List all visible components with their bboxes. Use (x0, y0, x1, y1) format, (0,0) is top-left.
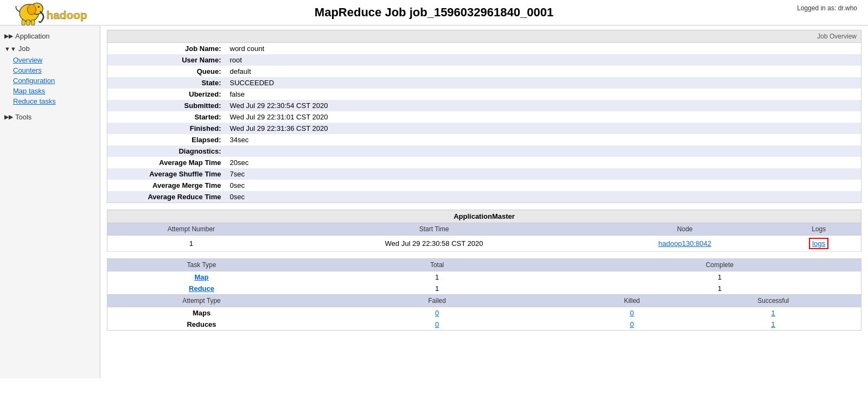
job-row-value: root (227, 54, 861, 66)
task-col-headers-row: Task Type Total Complete (107, 259, 861, 271)
am-node-link[interactable]: hadoop130:8042 (659, 239, 712, 248)
attempt-type: Reduces (107, 319, 296, 331)
job-row-label: Average Map Time (107, 157, 227, 168)
am-col-logs: Logs (777, 223, 861, 236)
task-complete: 1 (578, 283, 861, 295)
failed-link[interactable]: 0 (435, 309, 439, 317)
attempt-col-headers-row: Attempt Type Failed Killed Successful (107, 295, 861, 307)
page-header: hadoop MapReduce Job job_1596032961840_0… (0, 0, 868, 26)
job-row-value: Wed Jul 29 22:30:54 CST 2020 (227, 100, 861, 111)
job-row-label: Started: (107, 111, 227, 123)
job-row-value (227, 145, 861, 157)
task-complete: 1 (578, 271, 861, 283)
tools-arrow-icon: ▶ (4, 113, 13, 121)
am-column-headers-row: Attempt Number Start Time Node Logs (107, 223, 861, 236)
sidebar-job-items: Overview Counters Configuration Map task… (0, 55, 100, 106)
job-row-label: Finished: (107, 123, 227, 134)
job-overview-row: Average Shuffle Time 7sec (107, 168, 861, 180)
sidebar-job-label: Job (18, 45, 30, 53)
job-row-value: 7sec (227, 168, 861, 180)
application-arrow-icon: ▶ (4, 33, 13, 40)
job-row-label: Average Merge Time (107, 180, 227, 191)
am-col-start-time: Start Time (275, 223, 593, 236)
attempt-killed: 0 (578, 319, 685, 331)
job-overview-row: Average Map Time 20sec (107, 157, 861, 168)
sidebar-item-overview[interactable]: Overview (9, 55, 100, 65)
sidebar-application-header[interactable]: ▶ Application (0, 30, 100, 42)
task-col-complete: Complete (578, 259, 861, 271)
sidebar-application-label: Application (15, 32, 50, 40)
task-col-total: Total (296, 259, 578, 271)
am-section-header-row: ApplicationMaster (107, 210, 861, 223)
svg-text:hadoop: hadoop (47, 9, 87, 21)
sidebar-item-map-tasks[interactable]: Map tasks (9, 86, 100, 96)
task-data-row: Map 1 1 (107, 271, 861, 283)
task-type: Map (107, 271, 296, 283)
job-overview-row: State: SUCCEEDED (107, 77, 861, 88)
application-master-table: ApplicationMaster Attempt Number Start T… (107, 210, 861, 252)
job-row-value: Wed Jul 29 22:31:01 CST 2020 (227, 111, 861, 123)
task-type: Reduce (107, 283, 296, 295)
layout: ▶ Application ▼ Job Overview Counters Co… (0, 26, 868, 378)
task-summary-table: Task Type Total Complete Map 1 1 Reduce … (107, 258, 861, 331)
job-overview-row: Submitted: Wed Jul 29 22:30:54 CST 2020 (107, 100, 861, 111)
job-row-label: Submitted: (107, 100, 227, 111)
failed-link[interactable]: 0 (435, 320, 439, 328)
am-logs-cell: logs (777, 236, 861, 252)
job-row-label: Diagnostics: (107, 145, 227, 157)
job-row-value: 0sec (227, 191, 861, 203)
attempt-col-successful: Successful (685, 295, 861, 307)
sidebar-item-counters[interactable]: Counters (9, 65, 100, 75)
sidebar-tools-header[interactable]: ▶ Tools (0, 111, 100, 123)
job-overview-row: Finished: Wed Jul 29 22:31:36 CST 2020 (107, 123, 861, 134)
am-data-row: 1 Wed Jul 29 22:30:58 CST 2020 hadoop130… (107, 236, 861, 252)
job-row-label: Uberized: (107, 88, 227, 100)
job-row-label: State: (107, 77, 227, 88)
job-overview-row: Job Name: word count (107, 43, 861, 55)
job-row-label: Elapsed: (107, 134, 227, 145)
attempt-successful: 1 (685, 319, 861, 331)
svg-rect-6 (31, 20, 35, 26)
svg-point-3 (38, 6, 40, 8)
am-attempt-number: 1 (107, 236, 275, 252)
job-row-label: Average Reduce Time (107, 191, 227, 203)
attempt-col-type: Attempt Type (107, 295, 296, 307)
task-total: 1 (296, 271, 578, 283)
job-row-value: 0sec (227, 180, 861, 191)
am-section-title: ApplicationMaster (107, 210, 861, 223)
attempt-failed: 0 (296, 307, 578, 319)
am-start-time: Wed Jul 29 22:30:58 CST 2020 (275, 236, 593, 252)
successful-link[interactable]: 1 (771, 320, 775, 328)
attempt-successful: 1 (685, 307, 861, 319)
job-overview-row: Uberized: false (107, 88, 861, 100)
job-row-label: Average Shuffle Time (107, 168, 227, 180)
job-row-value: 20sec (227, 157, 861, 168)
sidebar: ▶ Application ▼ Job Overview Counters Co… (0, 26, 100, 378)
task-total: 1 (296, 283, 578, 295)
sidebar-item-configuration[interactable]: Configuration (9, 75, 100, 86)
logged-in-label: Logged in as: dr.who (797, 4, 857, 12)
am-col-node: Node (593, 223, 776, 236)
attempt-killed: 0 (578, 307, 685, 319)
job-row-value: SUCCEEDED (227, 77, 861, 88)
attempt-col-failed: Failed (296, 295, 578, 307)
job-row-value: 34sec (227, 134, 861, 145)
successful-link[interactable]: 1 (771, 309, 775, 317)
job-row-value: false (227, 88, 861, 100)
attempt-data-row: Reduces 0 0 1 (107, 319, 861, 331)
job-overview-row: User Name: root (107, 54, 861, 66)
job-overview-header-row: Job Overview (107, 30, 861, 43)
sidebar-job-header[interactable]: ▼ Job (0, 42, 100, 55)
job-row-label: Queue: (107, 66, 227, 77)
killed-link[interactable]: 0 (630, 309, 634, 317)
task-type-link[interactable]: Reduce (189, 284, 214, 293)
task-type-link[interactable]: Map (195, 273, 209, 281)
am-logs-link[interactable]: logs (812, 239, 825, 248)
job-row-value: word count (227, 43, 861, 55)
killed-link[interactable]: 0 (630, 320, 634, 328)
sidebar-item-reduce-tasks[interactable]: Reduce tasks (9, 96, 100, 106)
job-overview-row: Average Reduce Time 0sec (107, 191, 861, 203)
svg-point-2 (27, 4, 36, 15)
job-overview-row: Elapsed: 34sec (107, 134, 861, 145)
attempt-failed: 0 (296, 319, 578, 331)
